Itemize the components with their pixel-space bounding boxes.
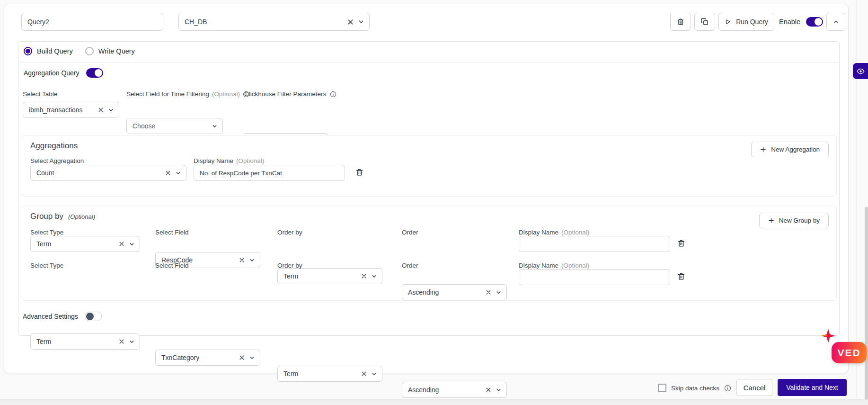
aggregations-title: Aggregations (30, 141, 78, 151)
clear-icon[interactable] (166, 171, 170, 175)
eye-icon (857, 67, 865, 75)
new-aggregation-button[interactable]: New Aggregation (751, 142, 829, 157)
group-order-by-select[interactable]: Term (277, 268, 382, 284)
chevron-down-icon[interactable] (212, 124, 217, 129)
run-query-button[interactable]: Run Query (718, 13, 774, 31)
datasource-select[interactable]: CH_DB (178, 13, 370, 31)
collapse-query-button[interactable] (826, 13, 845, 31)
brand-logo[interactable]: VED (832, 342, 867, 363)
clear-icon[interactable] (348, 19, 353, 25)
duplicate-query-button[interactable] (694, 13, 715, 31)
skip-data-checks-checkbox[interactable] (658, 384, 666, 392)
group-by-section: Group by (Optional) New Group by Select … (22, 206, 837, 301)
chevron-down-icon[interactable] (176, 171, 181, 176)
cancel-button[interactable]: Cancel (736, 379, 772, 396)
clear-icon[interactable] (119, 242, 124, 246)
clickhouse-filter-label: Clickhouse Filter Parameters (244, 90, 326, 98)
chevron-down-icon[interactable] (496, 387, 501, 393)
write-query-label: Write Query (98, 47, 135, 55)
chevron-down-icon[interactable] (108, 108, 114, 113)
select-field-label: Select Field (155, 229, 189, 236)
delete-aggregation-button[interactable] (355, 168, 364, 177)
time-filter-label: Select Field for Time Filtering (126, 90, 209, 98)
page-scrollbar[interactable] (865, 207, 868, 404)
group-order-value: Ascending (408, 288, 439, 296)
sparkle-dash-icon (823, 335, 827, 336)
display-name-optional: (Optional) (236, 157, 264, 164)
chevron-down-icon[interactable] (372, 371, 377, 377)
display-name-label: Display Name (519, 229, 558, 236)
clear-icon[interactable] (119, 339, 124, 344)
info-icon[interactable] (330, 91, 337, 98)
delete-query-button[interactable] (670, 13, 691, 31)
radio-write-query[interactable]: Write Query (85, 47, 135, 55)
delete-group-by-row-button[interactable] (677, 239, 686, 248)
radio-selected-icon (24, 47, 32, 55)
group-display-name-input[interactable] (519, 236, 670, 252)
chevron-down-icon[interactable] (249, 258, 255, 263)
order-by-label: Order by (277, 262, 302, 269)
select-field-label: Select Field (155, 262, 189, 269)
group-type-value: Term (36, 240, 51, 248)
enable-toggle[interactable] (806, 17, 823, 27)
toggle-knob (815, 18, 822, 26)
aggregation-query-toggle[interactable] (86, 68, 103, 78)
play-icon (725, 18, 731, 25)
group-order-by-select[interactable]: Term (277, 366, 382, 382)
advanced-settings-label: Advanced Settings (23, 313, 78, 320)
group-by-title: Group by (30, 212, 63, 221)
radio-build-query[interactable]: Build Query (24, 47, 73, 55)
preview-tab[interactable] (853, 63, 868, 79)
chevron-down-icon[interactable] (496, 290, 501, 295)
time-filter-select[interactable]: Choose (126, 118, 223, 134)
select-aggregation-label: Select Aggregation (30, 157, 84, 164)
aggregation-display-name-input[interactable] (194, 165, 345, 181)
clear-icon[interactable] (362, 274, 366, 279)
delete-group-by-row-button[interactable] (677, 272, 686, 281)
new-group-by-button[interactable]: New Group by (759, 213, 829, 228)
order-by-label: Order by (277, 229, 302, 236)
validate-and-next-button[interactable]: Validate and Next (778, 379, 847, 396)
display-name-optional: (Optional) (561, 262, 589, 269)
clear-icon[interactable] (486, 387, 491, 392)
info-icon[interactable] (724, 385, 731, 392)
chevron-down-icon[interactable] (249, 355, 255, 360)
table-select[interactable]: ibmb_transactions (23, 102, 119, 118)
group-order-select[interactable]: Ascending (402, 382, 507, 398)
advanced-settings-toggle[interactable] (85, 312, 102, 321)
brand-logo-text: VED (837, 347, 860, 359)
cancel-label: Cancel (744, 384, 766, 392)
order-label: Order (402, 262, 418, 269)
bottom-strip (0, 399, 868, 405)
chevron-down-icon[interactable] (358, 19, 364, 25)
footer-divider (731, 379, 731, 396)
group-order-select[interactable]: Ascending (402, 284, 507, 300)
group-order-by-value: Term (283, 272, 298, 280)
clear-icon[interactable] (362, 371, 366, 376)
group-field-value: TxnCategory (161, 354, 199, 361)
group-by-optional: (Optional) (68, 213, 95, 220)
clear-icon[interactable] (239, 355, 244, 360)
chevron-down-icon[interactable] (129, 339, 134, 344)
clear-icon[interactable] (486, 290, 491, 295)
group-field-select[interactable]: TxnCategory (155, 350, 260, 366)
display-name-optional: (Optional) (561, 229, 589, 236)
copy-icon (700, 18, 709, 26)
chevron-down-icon[interactable] (129, 242, 134, 247)
aggregation-select[interactable]: Count (30, 165, 186, 181)
clear-icon[interactable] (98, 108, 103, 112)
group-display-name-input[interactable] (519, 269, 670, 285)
validate-label: Validate and Next (786, 384, 838, 391)
table-value: ibmb_transactions (29, 106, 83, 114)
group-type-value: Term (36, 338, 51, 345)
clear-icon[interactable] (239, 258, 244, 262)
order-label: Order (402, 229, 418, 236)
query-name-input[interactable] (21, 13, 163, 31)
plus-icon (760, 146, 766, 153)
group-type-select[interactable]: Term (30, 333, 140, 350)
divider (18, 63, 839, 63)
new-aggregation-label: New Aggregation (771, 146, 820, 153)
skip-data-checks-label: Skip data checks (671, 385, 719, 392)
group-type-select[interactable]: Term (30, 236, 140, 252)
chevron-down-icon[interactable] (372, 274, 377, 279)
